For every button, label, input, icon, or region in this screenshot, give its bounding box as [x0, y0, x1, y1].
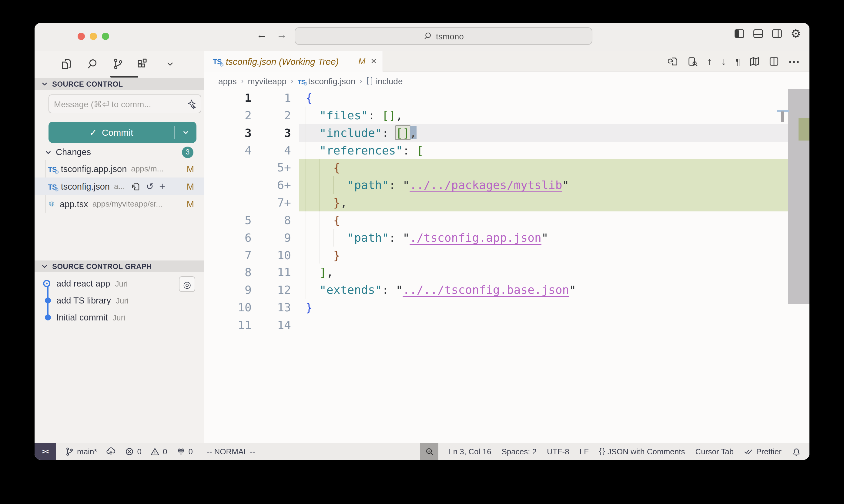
- head-commit-dot: [43, 280, 50, 287]
- file-path: a...: [114, 182, 125, 191]
- formatter-status[interactable]: Prettier: [744, 447, 781, 456]
- close-window-button[interactable]: [77, 33, 85, 40]
- ts-file-icon: TS⚙: [213, 56, 222, 67]
- code-text: "files": [],: [306, 107, 402, 124]
- previous-change-icon[interactable]: ↑: [707, 56, 712, 66]
- original-line-number: 4: [204, 141, 252, 159]
- breadcrumb-item-tsconfig.json[interactable]: TS⚙tsconfig.json: [298, 76, 356, 86]
- code-text: "include": [],: [306, 124, 416, 141]
- code-line-7[interactable]: 7+ },: [204, 194, 809, 211]
- code-text: }: [306, 299, 313, 316]
- code-line-4[interactable]: 44 "references": [: [204, 141, 809, 159]
- eol-status[interactable]: LF: [580, 447, 589, 456]
- changes-label: Changes: [56, 147, 91, 157]
- split-editor-icon[interactable]: [769, 56, 779, 66]
- code-text: "path": "../../packages/mytslib": [306, 176, 569, 194]
- breadcrumb-item-apps[interactable]: apps: [218, 76, 237, 86]
- toggle-secondary-sidebar-icon[interactable]: [772, 29, 782, 39]
- activity-source-control-icon[interactable]: [108, 55, 127, 73]
- ports-status[interactable]: 0: [176, 447, 192, 456]
- activity-search-icon[interactable]: [83, 55, 101, 73]
- title-bar: ← → tsmono ⚙: [35, 23, 809, 51]
- settings-gear-icon[interactable]: ⚙: [791, 28, 801, 39]
- cursor-tab-status[interactable]: Cursor Tab: [695, 447, 734, 456]
- code-line-14[interactable]: 1114: [204, 316, 809, 334]
- vim-mode-status[interactable]: -- NORMAL --: [207, 447, 255, 456]
- file-path: apps/myviteapp/sr...: [92, 199, 162, 209]
- code-line-8[interactable]: 58 {: [204, 211, 809, 229]
- activity-explorer-icon[interactable]: [57, 55, 75, 73]
- errors-status[interactable]: 0: [125, 447, 142, 456]
- bracket-highlight: []: [396, 126, 410, 139]
- file-row-app.tsx[interactable]: ⚛app.tsxapps/myviteapp/sr...M: [35, 195, 204, 213]
- activity-extensions-icon[interactable]: [133, 55, 151, 73]
- notifications-bell[interactable]: [792, 447, 801, 456]
- minimize-window-button[interactable]: [90, 33, 97, 40]
- file-row-tsconfig.app.json[interactable]: TS⚙tsconfig.app.jsonapps/m...M: [35, 160, 204, 178]
- forward-icon[interactable]: →: [276, 29, 287, 41]
- back-icon[interactable]: ←: [257, 29, 267, 41]
- activity-chevron-down-icon[interactable]: [161, 55, 179, 73]
- code-line-1[interactable]: 11{: [204, 89, 809, 107]
- code-text: {: [306, 211, 340, 229]
- code-line-12[interactable]: 912 "extends": "../../tsconfig.base.json…: [204, 282, 809, 299]
- discard-icon[interactable]: ↺: [146, 182, 154, 191]
- inline-view-icon[interactable]: [688, 56, 698, 66]
- remote-indicator[interactable]: ><: [35, 443, 56, 460]
- language-mode-status[interactable]: { }JSON with Comments: [599, 447, 685, 456]
- file-row-tsconfig.json[interactable]: TS⚙tsconfig.jsona...↺+M: [35, 178, 204, 195]
- source-control-graph-section-header[interactable]: SOURCE CONTROL GRAPH: [35, 260, 204, 272]
- commit-row[interactable]: add TS libraryJuri: [35, 292, 204, 309]
- next-change-icon[interactable]: ↓: [721, 56, 726, 66]
- code-line-6[interactable]: 6+ "path": "../../packages/mytslib": [204, 176, 809, 194]
- sparkle-icon[interactable]: [186, 99, 196, 109]
- indentation-status[interactable]: Spaces: 2: [501, 447, 537, 456]
- code-line-13[interactable]: 1013}: [204, 299, 809, 316]
- open-changes-icon[interactable]: [668, 56, 678, 66]
- path-link[interactable]: ../../tsconfig.base.json: [402, 283, 569, 296]
- branch-status[interactable]: main*: [65, 447, 97, 456]
- encoding-status[interactable]: UTF-8: [547, 447, 569, 456]
- cursor-position-status[interactable]: Ln 3, Col 16: [449, 447, 491, 456]
- close-tab-icon[interactable]: ×: [371, 56, 377, 67]
- diff-editor[interactable]: 11{22 "files": [],33 "include": [],44 "r…: [204, 89, 809, 443]
- original-line-number: 8: [204, 264, 252, 282]
- code-line-10[interactable]: 710 }: [204, 246, 809, 264]
- more-actions-icon[interactable]: ⋯: [788, 55, 800, 67]
- code-line-5[interactable]: 5+ {: [204, 159, 809, 177]
- chevron-down-icon: [41, 262, 49, 270]
- source-control-section-header[interactable]: SOURCE CONTROL: [35, 78, 204, 90]
- commit-row[interactable]: Initial commitJuri: [35, 309, 204, 326]
- indent-guide: [333, 229, 334, 247]
- code-line-11[interactable]: 811 ],: [204, 264, 809, 282]
- zoom-status[interactable]: [420, 443, 438, 460]
- tab-tsconfig-working-tree[interactable]: TS⚙ tsconfig.json (Working Tree) M ×: [204, 51, 383, 72]
- commit-row[interactable]: add react appJuri◎: [35, 275, 204, 292]
- toggle-panel-icon[interactable]: [753, 29, 763, 39]
- code-line-2[interactable]: 22 "files": [],: [204, 107, 809, 124]
- breadcrumb-item-myviteapp[interactable]: myviteapp: [248, 76, 287, 86]
- stage-icon[interactable]: +: [159, 181, 165, 192]
- toggle-primary-sidebar-icon[interactable]: [734, 29, 744, 39]
- open-file-icon[interactable]: [131, 181, 141, 191]
- modified-line-number: 5+: [258, 159, 291, 177]
- code-line-3[interactable]: 33 "include": [],: [204, 124, 809, 141]
- whitespace-icon[interactable]: ¶: [736, 57, 740, 66]
- commit-button[interactable]: ✓ Commit: [49, 122, 196, 143]
- command-center-search[interactable]: tsmono: [295, 27, 592, 45]
- changes-section-header[interactable]: Changes 3: [35, 144, 204, 160]
- map-icon[interactable]: [750, 56, 760, 66]
- breadcrumb-item-include[interactable]: [ ]include: [366, 76, 403, 86]
- path-link[interactable]: ../../packages/mytslib: [410, 178, 562, 192]
- path-link[interactable]: ./tsconfig.app.json: [410, 231, 541, 244]
- code-line-9[interactable]: 69 "path": "./tsconfig.app.json": [204, 229, 809, 247]
- publish-status[interactable]: [106, 447, 116, 456]
- original-line-number: 7: [204, 246, 252, 264]
- changes-count-badge: 3: [182, 146, 193, 158]
- code-text: {: [306, 159, 340, 177]
- warnings-status[interactable]: 0: [151, 447, 167, 456]
- commit-message-input[interactable]: Message (⌘⏎ to comm...: [49, 94, 201, 113]
- maximize-window-button[interactable]: [102, 33, 109, 40]
- checkout-target-button[interactable]: ◎: [179, 276, 195, 292]
- commit-dropdown-button[interactable]: [175, 128, 196, 136]
